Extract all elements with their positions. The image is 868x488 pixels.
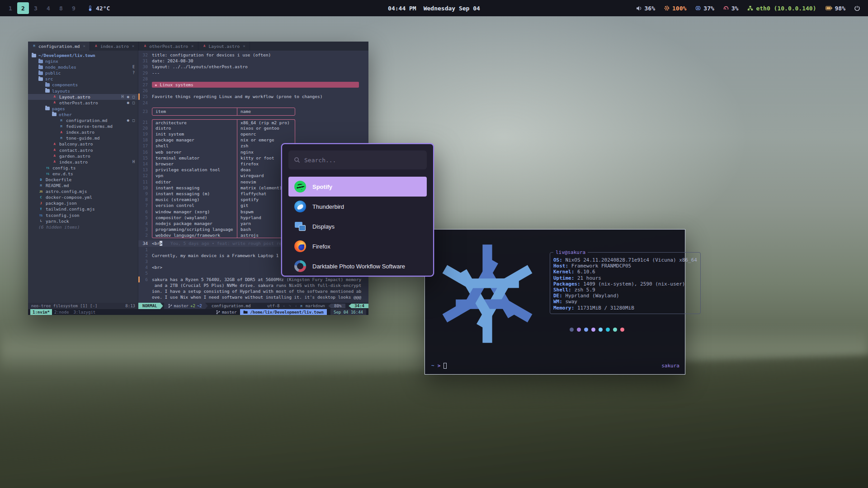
tree-item[interactable]: otherPost.astro ● □ (28, 100, 138, 106)
clock-date: Wednesday Sep 04 (424, 5, 480, 12)
table-cell-name: x86_64 (rip m2 pro) (237, 120, 295, 125)
clock-time: 04:44 PM (388, 5, 416, 12)
file-icon (45, 171, 50, 176)
power-button[interactable] (854, 5, 860, 11)
app-launcher: Spotify Thunderbird Displays Firefox Dar… (281, 143, 434, 277)
tree-item[interactable]: fediverse-terms.md (28, 123, 138, 129)
tree-item[interactable]: Layout.astro H ● □ (28, 94, 138, 100)
info-value: NixOS 24.11.20240828.71e91c4 (Vicuna) x8… (566, 257, 697, 263)
tab-label: index.astro (100, 44, 129, 49)
tab-close-icon[interactable]: × (131, 44, 134, 48)
file-icon (38, 71, 43, 75)
editor-line: and a 2TB (Crucial P5 Plus) NVMe drive. … (138, 282, 368, 288)
tree-item[interactable]: package.json (28, 200, 138, 206)
info-label: OS: (553, 257, 562, 263)
workspace-item[interactable]: 3 (30, 2, 42, 14)
tree-item[interactable]: ~/Development/liv.town (28, 52, 138, 58)
volume-module[interactable]: 36% (636, 5, 655, 12)
workspace-item[interactable]: 4 (42, 2, 54, 14)
tree-item[interactable]: README.md (28, 183, 138, 188)
workspace-item[interactable]: 1 (5, 2, 16, 14)
workspace-item[interactable]: 9 (68, 2, 80, 14)
buffer-tab[interactable]: configuration.md × (28, 42, 90, 51)
tree-item[interactable]: garden.astro (28, 153, 138, 159)
brightness-module[interactable]: 100% (664, 5, 686, 12)
tmux-window[interactable]: 1:nvim* (30, 309, 52, 315)
nixos-logo (430, 237, 544, 351)
line-number: 6 (141, 209, 152, 215)
tree-item[interactable]: index.astro (28, 129, 138, 135)
fastfetch-info-line: Memory: 11731MiB / 31280MiB (553, 305, 697, 311)
power-icon (854, 5, 860, 11)
folder-icon (243, 310, 248, 314)
tree-item[interactable]: Dockerfile (28, 177, 138, 183)
tree-item[interactable]: env.d.ts (28, 171, 138, 177)
table-cell-item: webdev language/framework (152, 232, 237, 238)
buffer-tab[interactable]: Layout.astro × (198, 42, 250, 51)
tmux-window-label: 1:nvim* (33, 310, 50, 314)
tree-item[interactable]: contact.astro (28, 147, 138, 153)
launcher-item[interactable]: Firefox (288, 236, 427, 256)
shell-prompt[interactable]: ~ > (431, 363, 447, 369)
tree-item[interactable]: configuration.md ● □ (28, 117, 138, 123)
info-value: 11731MiB / 31280MiB (577, 305, 634, 311)
tree-item-badge: ● □ (127, 100, 135, 106)
info-value: 1409 (nix-system), 2590 (nix-user) (583, 281, 685, 287)
tree-item[interactable]: other (28, 112, 138, 117)
launcher-item[interactable]: Thunderbird (288, 197, 427, 216)
line-number: 13 (141, 167, 152, 173)
info-label: Kernel: (553, 269, 574, 275)
temperature-module[interactable]: 42°C (88, 5, 110, 12)
tree-item[interactable]: tailwind.config.mjs (28, 206, 138, 212)
cpu-module[interactable]: 3% (723, 5, 739, 12)
tree-item[interactable]: nginx (28, 58, 138, 64)
terminal-window[interactable]: liv@sakura OS: NixOS 24.11.20240828.71e9… (425, 229, 685, 375)
workspace-item[interactable]: 2 (17, 2, 29, 14)
memory-module[interactable]: 37% (695, 5, 714, 12)
table-row: 19 init system openrc (138, 131, 368, 137)
line-number: 2 (141, 253, 152, 258)
buffer-tab[interactable]: index.astro × (90, 42, 139, 51)
tmux-window[interactable]: 3:lazygit (71, 309, 98, 315)
workspace-item[interactable]: 8 (55, 2, 67, 14)
launcher-item[interactable]: Darktable Photo Workflow Software (288, 256, 427, 276)
battery-module[interactable]: 98% (826, 5, 845, 12)
tmux-window[interactable]: 2:node (52, 309, 71, 315)
tree-item[interactable]: config.ts (28, 165, 138, 171)
tab-close-icon[interactable]: × (242, 44, 245, 48)
statusline: neo-tree filesystem [1] [-] 8:13 NORMAL … (28, 303, 368, 309)
file-icon (52, 160, 57, 164)
tab-close-icon[interactable]: × (190, 44, 193, 48)
tree-item[interactable]: pages (28, 106, 138, 112)
clock: 04:44 PM Wednesday Sep 04 (388, 5, 480, 12)
tree-item[interactable]: (6 hidden items) (28, 224, 138, 230)
tab-close-icon[interactable]: × (82, 44, 85, 48)
buffer-tab[interactable]: otherPost.astro × (139, 42, 198, 51)
launcher-item[interactable]: Displays (288, 216, 427, 236)
tree-item[interactable]: layouts (28, 88, 138, 94)
line-number: 5 (141, 215, 152, 221)
line-number: 16 (141, 149, 152, 155)
markdown-icon (300, 304, 302, 308)
line-text: ion. I have a setup consisting of Hyprla… (152, 288, 361, 294)
tree-item[interactable]: public ? (28, 70, 138, 76)
tree-item[interactable]: astro.config.mjs (28, 188, 138, 194)
tree-item[interactable]: yarn.lock (28, 218, 138, 224)
line-number: 9 (141, 191, 152, 197)
tree-item[interactable]: src (28, 76, 138, 82)
tree-item[interactable]: tsconfig.json (28, 212, 138, 218)
tree-item[interactable]: docker-compose.yml (28, 194, 138, 200)
tree-item-label: components (52, 82, 78, 88)
line-number: 3 (141, 258, 152, 264)
network-module[interactable]: eth0 (10.0.0.140) (747, 5, 816, 12)
launcher-item[interactable]: Spotify (288, 177, 427, 197)
tree-item[interactable]: node_modules E (28, 64, 138, 70)
tree-item[interactable]: components (28, 82, 138, 88)
tree-item[interactable]: tone-guide.md (28, 135, 138, 141)
file-icon (38, 77, 43, 81)
tree-item[interactable]: balcony.astro (28, 141, 138, 147)
launcher-search[interactable] (288, 150, 427, 169)
markdown-table-header: 23 item name (138, 106, 368, 117)
tree-item[interactable]: index.astro H (28, 159, 138, 165)
search-input[interactable] (304, 157, 421, 164)
